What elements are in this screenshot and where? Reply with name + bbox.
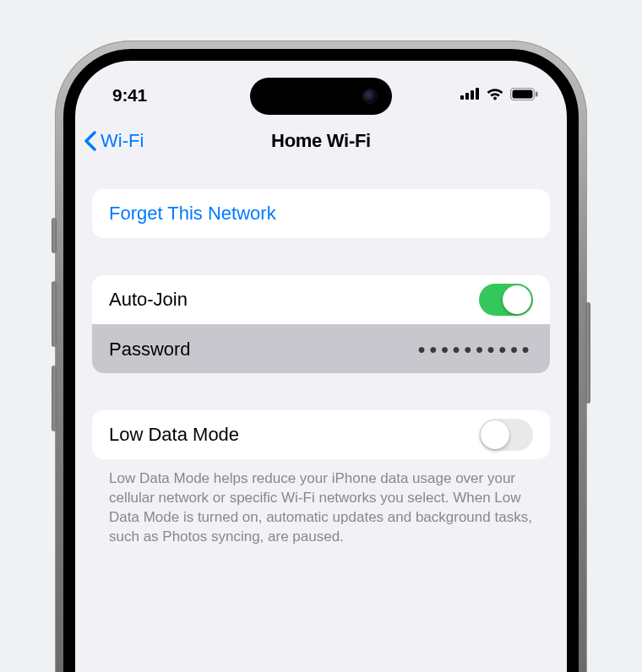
low-data-mode-toggle[interactable] xyxy=(479,419,533,451)
low-data-mode-row: Low Data Mode xyxy=(92,410,550,459)
svg-rect-7 xyxy=(536,91,538,96)
password-value: ●●●●●●●●●● xyxy=(417,342,533,357)
auto-join-toggle[interactable] xyxy=(479,284,533,316)
toggle-knob xyxy=(481,420,509,449)
toggle-knob xyxy=(503,285,531,314)
svg-rect-1 xyxy=(465,93,469,100)
svg-rect-2 xyxy=(471,90,474,100)
low-data-group: Low Data Mode xyxy=(92,410,550,459)
password-row[interactable]: Password ●●●●●●●●●● xyxy=(92,324,550,373)
screen: 9:41 xyxy=(75,61,567,672)
mute-switch xyxy=(52,218,57,253)
forget-network-label: Forget This Network xyxy=(109,203,276,225)
volume-down-button xyxy=(52,366,57,431)
forget-group: Forget This Network xyxy=(92,189,550,238)
svg-rect-0 xyxy=(460,95,464,100)
low-data-mode-label: Low Data Mode xyxy=(109,424,239,446)
battery-icon xyxy=(510,88,538,104)
status-icons xyxy=(460,87,538,104)
auto-join-row: Auto-Join xyxy=(92,275,550,324)
back-label: Wi-Fi xyxy=(101,130,144,152)
dynamic-island xyxy=(250,78,392,115)
connection-group: Auto-Join Password ●●●●●●●●●● xyxy=(92,275,550,373)
svg-rect-3 xyxy=(476,88,479,100)
svg-rect-6 xyxy=(513,89,533,98)
back-button[interactable]: Wi-Fi xyxy=(84,130,144,152)
low-data-mode-footer: Low Data Mode helps reduce your iPhone d… xyxy=(92,469,550,547)
phone-bezel: 9:41 xyxy=(63,49,579,672)
auto-join-label: Auto-Join xyxy=(109,289,188,311)
status-time: 9:41 xyxy=(112,85,147,106)
phone-frame: 9:41 xyxy=(55,41,587,672)
password-label: Password xyxy=(109,339,191,360)
content: Forget This Network Auto-Join Password ●… xyxy=(75,162,567,547)
chevron-left-icon xyxy=(84,131,97,151)
svg-point-4 xyxy=(493,97,497,100)
wifi-icon xyxy=(486,87,504,104)
cellular-signal-icon xyxy=(460,88,480,103)
forget-network-button[interactable]: Forget This Network xyxy=(92,189,550,238)
page-title: Home Wi-Fi xyxy=(271,130,371,152)
volume-up-button xyxy=(52,281,57,347)
nav-bar: Wi-Fi Home Wi-Fi xyxy=(75,120,567,162)
front-camera xyxy=(363,89,377,103)
side-button xyxy=(585,302,590,404)
